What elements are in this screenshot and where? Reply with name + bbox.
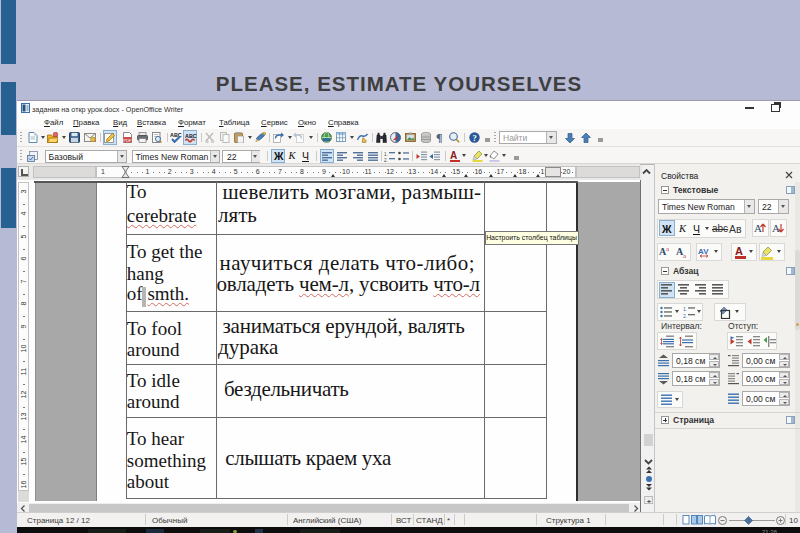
- svg-text:2.: 2.: [384, 158, 388, 163]
- svg-text:A: A: [772, 222, 780, 234]
- svg-text:AV: AV: [698, 247, 709, 256]
- svg-text:PDF: PDF: [123, 137, 132, 142]
- svg-text:A: A: [754, 222, 762, 234]
- svg-text:2.: 2.: [683, 313, 687, 318]
- svg-text:1.: 1.: [384, 152, 388, 157]
- svg-text:1.: 1.: [683, 306, 687, 312]
- svg-text:a: a: [666, 245, 670, 253]
- svg-text:a: a: [683, 252, 687, 258]
- svg-text:¶: ¶: [436, 132, 442, 143]
- svg-text:?: ?: [472, 132, 476, 142]
- svg-text:ABC: ABC: [185, 132, 197, 138]
